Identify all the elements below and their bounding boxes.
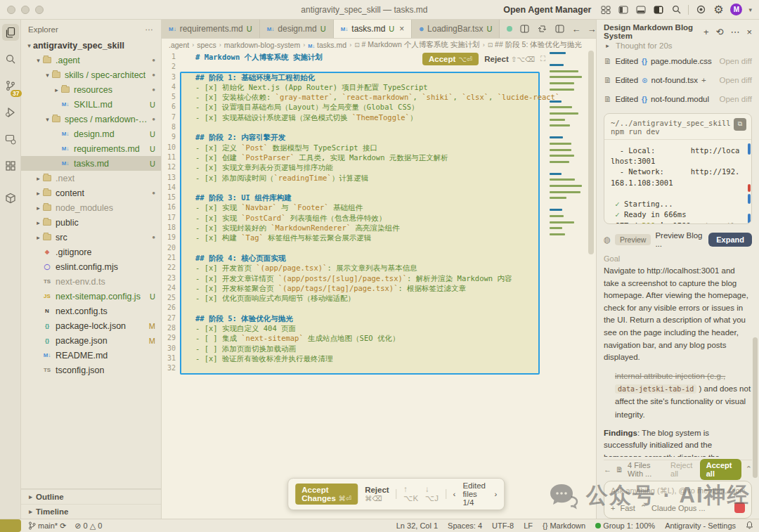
close-tab-icon[interactable]: ×: [399, 24, 404, 34]
prev-file-button[interactable]: ‹: [453, 490, 456, 498]
search-sidebar-icon[interactable]: [2, 51, 19, 67]
back-icon[interactable]: ←: [604, 465, 611, 474]
toggle-right-panel-icon[interactable]: [653, 4, 664, 15]
nav-prev-change-button[interactable]: ↑ ⌥K: [403, 485, 418, 503]
tree-item-.next[interactable]: ▸.next: [21, 171, 161, 186]
bell-icon[interactable]: [746, 521, 753, 531]
code-line-14[interactable]: 14: [162, 183, 596, 193]
sidebar-section-timeline[interactable]: ▸Timeline: [21, 504, 161, 519]
language-mode[interactable]: {}Markdown: [543, 521, 585, 530]
expand-diff-icon[interactable]: ⛶: [540, 55, 545, 63]
tab-design.md[interactable]: M↓design.mdU: [260, 20, 334, 38]
code-line-28[interactable]: 28- [x] 实现自定义 404 页面: [162, 323, 596, 333]
tree-item-node-modules[interactable]: ▸node_modules: [21, 200, 161, 215]
tree-item-tsconfig.json[interactable]: TStsconfig.json: [21, 363, 161, 377]
settings-link[interactable]: Antigravity - Settings: [665, 521, 736, 530]
breadcrumb-item[interactable]: M↓ tasks.md: [308, 41, 346, 49]
group-indicator[interactable]: Group 1: 100%: [595, 521, 655, 530]
eol[interactable]: LF: [524, 521, 533, 530]
code-line-15[interactable]: 15## 阶段 3: UI 组件库构建: [162, 193, 596, 202]
code-line-5[interactable]: 5- [x] 安装核心依赖: `gray-matter`, `react-mar…: [162, 92, 596, 102]
record-icon[interactable]: [695, 4, 706, 15]
tab-loadingbar.tsx[interactable]: ⊛LoadingBar.tsxU: [412, 20, 500, 38]
code-line-29[interactable]: 29- [ ] 集成 `next-sitemap` 生成站点地图（SEO 优化）: [162, 333, 596, 343]
code-line-10[interactable]: 10- [x] 定义 `Post` 数据模型与 TypeScript 接口: [162, 143, 596, 153]
edited-file-not-found.modul[interactable]: 🗎Edited{}not-found.modulOpen diff: [604, 90, 752, 109]
tree-item-skill.md[interactable]: M↓SKILL.mdU: [21, 97, 161, 112]
breadcrumb-item[interactable]: ⊡ ## 阶段 5: 体验优化与抛光: [488, 40, 582, 50]
model-selector[interactable]: Claude Opus ...: [651, 504, 705, 512]
thought-row[interactable]: ▸ Thought for 20s: [604, 39, 752, 52]
breadcrumb[interactable]: .agent›specs›markdown-blog-system›M↓ tas…: [162, 39, 596, 51]
toggle-bottom-panel-icon[interactable]: [635, 4, 647, 15]
edited-file-page.module.css[interactable]: 🗎Edited{}page.module.cssOpen diff: [604, 52, 752, 71]
tree-item-tasks.md[interactable]: M↓tasks.mdU: [21, 156, 161, 171]
breadcrumb-item[interactable]: .agent: [169, 41, 189, 49]
code-line-4[interactable]: 4- [x] 初始化 Next.js (App Router) 项目并配置 Ty…: [162, 82, 596, 92]
tree-item-next.config.ts[interactable]: Nnext.config.ts: [21, 304, 161, 318]
composer-input[interactable]: Ask anything (⌘L), @ to mention, / for w…: [611, 486, 745, 495]
open-diff-button[interactable]: Open diff: [720, 76, 752, 84]
minimize-window-icon[interactable]: [21, 6, 30, 14]
search-icon[interactable]: [670, 4, 682, 15]
code-line-11[interactable]: 11- [x] 创建 `PostParser` 工具类, 实现 Markdown…: [162, 153, 596, 162]
layout-panel-icon[interactable]: [554, 23, 565, 34]
code-line-26[interactable]: 26: [162, 303, 596, 313]
code-line-13[interactable]: 13- [x] 添加阅读时间（`readingTime`）计算逻辑: [162, 173, 596, 183]
code-line-16[interactable]: 16- [x] 实现 `Navbar` 与 `Footer` 基础组件: [162, 202, 596, 212]
zoom-window-icon[interactable]: [35, 6, 44, 14]
layout-grid-icon[interactable]: [600, 4, 611, 15]
tree-item-package-lock.json[interactable]: {}package-lock.jsonM: [21, 318, 161, 333]
stop-button[interactable]: [734, 502, 745, 513]
code-line-6[interactable]: 6- [x] 设置项目基础布局（Layout）与全局变量（Global CSS）: [162, 102, 596, 112]
code-line-3[interactable]: 3## 阶段 1: 基础环境与工程初始化: [162, 72, 596, 82]
open-diff-button[interactable]: Open diff: [720, 95, 752, 103]
explorer-more-icon[interactable]: ⋯: [145, 25, 155, 34]
tree-item-next-env.d.ts[interactable]: TSnext-env.d.ts: [21, 274, 161, 289]
code-line-32[interactable]: 32: [162, 363, 596, 373]
agent-note[interactable]: internal attribute injection (e.g., data…: [604, 370, 752, 420]
nav-next-change-button[interactable]: ↓ ⌥J: [425, 485, 439, 503]
explorer-icon[interactable]: [2, 24, 19, 41]
reject-button[interactable]: Reject ⇧⌥⌫: [484, 55, 535, 63]
code-line-18[interactable]: 18- [x] 实现封装好的 `MarkdownRenderer` 高亮渲染组件: [162, 223, 596, 233]
accept-all-button[interactable]: Accept all: [700, 459, 741, 480]
accept-changes-button[interactable]: Accept Changes⌘⏎: [295, 484, 358, 505]
code-line-12[interactable]: 12- [x] 实现文章列表分页逻辑与排序功能: [162, 162, 596, 172]
close-panel-icon[interactable]: ×: [746, 27, 752, 37]
tree-item-design.md[interactable]: M↓design.mdU: [21, 126, 161, 141]
code-line-23[interactable]: 23- [x] 开发文章详情页 `(app/posts/[slug]/page.…: [162, 273, 596, 283]
history-icon[interactable]: ⟲: [716, 27, 724, 37]
code-line-21[interactable]: 21## 阶段 4: 核心页面实现: [162, 253, 596, 263]
minimap[interactable]: [550, 52, 585, 245]
code-line-24[interactable]: 24- [x] 开发标签聚合页 `(app/tags/[tag]/page.ts…: [162, 283, 596, 293]
code-lines[interactable]: 1# Markdown 个人博客系统 实施计划23## 阶段 1: 基础环境与工…: [162, 51, 596, 374]
editor-scrollbar[interactable]: [588, 51, 594, 254]
code-area[interactable]: Accept⌥⏎ Reject ⇧⌥⌫ ⛶ 1# Markdown 个人博客系统…: [162, 51, 596, 519]
code-line-31[interactable]: 31- [x] 验证所有验收标准并执行最终清理: [162, 353, 596, 363]
close-window-icon[interactable]: [7, 6, 15, 14]
nav-back-icon[interactable]: ←: [571, 24, 580, 34]
sync-icon[interactable]: ⟳: [60, 521, 66, 531]
tab-tasks.md[interactable]: M↓tasks.mdU×: [334, 20, 413, 38]
reject-changes-button[interactable]: Reject ⌘⌫: [365, 486, 389, 502]
code-line-17[interactable]: 17- [x] 实现 `PostCard` 列表项组件（包含悬停特效）: [162, 213, 596, 223]
tree-item-skills-spec-architect[interactable]: ▾skills / spec-architect●: [21, 67, 161, 82]
code-line-7[interactable]: 7- [x] 实现基础设计系统逻辑（深色模式切换 `ThemeToggle`）: [162, 112, 596, 122]
code-line-30[interactable]: 30- [ ] 添加页面切换加载动画: [162, 344, 596, 353]
tree-item-public[interactable]: ▸public: [21, 215, 161, 230]
tree-item-package.json[interactable]: {}package.jsonM: [21, 333, 161, 348]
package-box-icon[interactable]: [2, 190, 19, 207]
edited-file-not-found.tsx[interactable]: 🗎Edited⊛not-found.tsx+Open diff: [604, 71, 752, 90]
settings-gear-icon[interactable]: ⚙: [713, 4, 724, 15]
account-chevron-icon[interactable]: ▾: [748, 6, 752, 13]
source-control-icon[interactable]: 37: [2, 77, 19, 94]
mode-selector[interactable]: Fast: [620, 504, 635, 512]
remote-explorer-icon[interactable]: [2, 131, 19, 148]
attach-icon[interactable]: +: [611, 504, 615, 512]
split-editor-icon[interactable]: [519, 23, 530, 34]
open-diff-button[interactable]: Open diff: [720, 57, 752, 65]
indentation[interactable]: Spaces: 4: [448, 521, 482, 530]
sidebar-section-outline[interactable]: ▸Outline: [21, 489, 161, 504]
open-agent-manager-button[interactable]: Open Agent Manager: [503, 5, 591, 15]
